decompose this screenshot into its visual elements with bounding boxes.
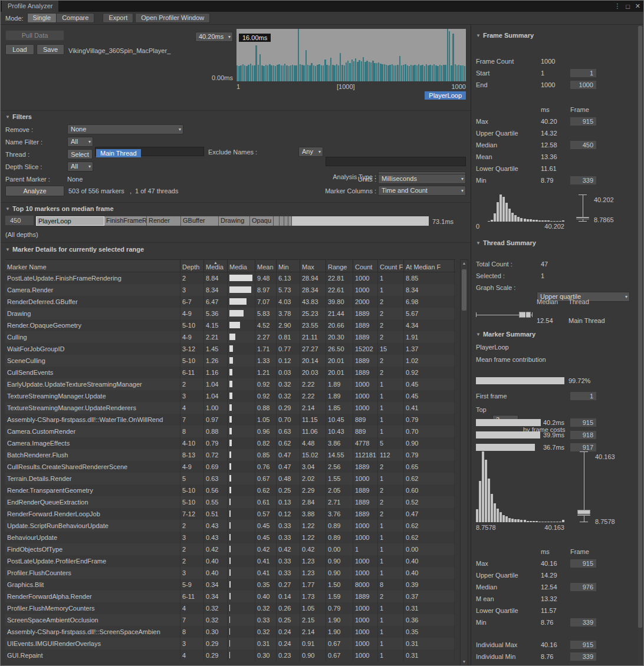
main-thread-chip[interactable]: Main Thread <box>96 149 141 157</box>
frame-time-chart[interactable]: 16.00ms <box>236 29 466 81</box>
top-frame-row[interactable]: 40.2ms915 <box>476 416 639 428</box>
window-tab[interactable]: Profile Analyzer <box>2 1 58 12</box>
table-row[interactable]: RenderDeferred.GBuffer6-76.477.074.0343.… <box>5 296 455 308</box>
marker-summary-header[interactable]: ▼Marker Summary <box>476 331 535 338</box>
top10-segment-finishframer[interactable]: FinishFrameR <box>104 216 147 226</box>
table-row[interactable]: Graphics.Blit5-90.340.350.271.771.508000… <box>5 579 455 591</box>
remove-dropdown[interactable]: None▾ <box>67 124 183 134</box>
open-profiler-window-button[interactable]: Open Profiler Window <box>135 13 210 23</box>
top10-segment-playerloop[interactable]: PlayerLoop <box>36 216 104 226</box>
table-row[interactable]: Terrain.Details.Render50.630.670.482.021… <box>5 473 455 484</box>
table-row[interactable]: RenderForwardAlpha.Render6-110.340.400.1… <box>5 591 455 602</box>
thread-select-button[interactable]: Select <box>67 149 93 159</box>
table-row[interactable]: CullResults.CreateSharedRendererScene4-9… <box>5 461 455 473</box>
scrollbar-thumb[interactable] <box>462 269 466 311</box>
frame-badge: 1 <box>570 69 596 77</box>
table-row[interactable]: BehaviourUpdate30.430.450.331.220.891000… <box>5 532 455 543</box>
table-row[interactable]: Render.OpaqueGeometry5-104.154.522.9023.… <box>5 319 455 331</box>
y-axis-max-dropdown[interactable]: 40.20ms ▾ <box>195 32 233 42</box>
mode-single-button[interactable]: Single <box>27 13 57 23</box>
scroll-down-icon[interactable]: ▼ <box>461 658 468 665</box>
table-row[interactable]: WaitForJobGroupID3-121.451.710.7727.2726… <box>5 343 455 355</box>
column-header-3[interactable]: Media <box>228 260 255 272</box>
top10-segment-7[interactable] <box>280 216 284 226</box>
table-scrollbar[interactable]: ▲ ▼ <box>460 259 468 666</box>
top10-segment-8[interactable] <box>284 216 288 226</box>
table-row[interactable]: SceneCulling5-101.261.330.1220.1420.0118… <box>5 355 455 367</box>
table-row[interactable]: Assembly-CSharp-firstpass.dll!::ScreenSp… <box>5 626 455 638</box>
kebab-menu-icon[interactable]: ⋮ <box>614 2 620 10</box>
load-button[interactable]: Load <box>5 44 34 55</box>
cell: 3.78 <box>277 308 300 319</box>
table-row[interactable]: TextureStreamingManager.UpdateRenderers4… <box>5 402 455 414</box>
close-icon[interactable]: ✕ <box>635 2 640 10</box>
table-row[interactable]: TextureStreamingManager.Update31.040.920… <box>5 390 455 402</box>
table-row[interactable]: Profiler.FlushMemoryCounters40.320.320.2… <box>5 602 455 614</box>
column-header-8[interactable]: Count <box>353 260 378 272</box>
table-row[interactable]: EndRenderQueueExtraction5-100.550.610.13… <box>5 496 455 508</box>
column-header-0[interactable]: Marker Name <box>5 260 180 272</box>
column-header-2[interactable]: ▲Media <box>204 260 228 272</box>
top10-segment-render[interactable]: Render <box>147 216 181 226</box>
export-button[interactable]: Export <box>103 13 133 23</box>
analyze-button[interactable]: Analyze <box>5 186 64 196</box>
column-header-5[interactable]: Min <box>277 260 300 272</box>
pull-data-button[interactable]: Pull Data <box>5 30 64 41</box>
table-row[interactable]: Update.ScriptRunBehaviourUpdate20.430.45… <box>5 520 455 532</box>
table-row[interactable]: PostLateUpdate.ProfilerEndFrame20.400.41… <box>5 555 455 567</box>
top10-segment-opaqu[interactable]: Opaqu <box>250 216 274 226</box>
table-row[interactable]: BatchRenderer.Flush8-130.720.850.4715.02… <box>5 449 455 461</box>
save-button[interactable]: Save <box>37 44 64 55</box>
filters-header[interactable]: ▼Filters <box>5 113 32 120</box>
right-scrollbar[interactable] <box>638 25 643 665</box>
column-header-6[interactable]: Max <box>300 260 326 272</box>
units-dropdown[interactable]: Milliseconds▾ <box>378 174 466 184</box>
table-row[interactable]: Camera.CustomRender80.880.960.6311.0610.… <box>5 426 455 437</box>
top10-header[interactable]: ▼Top 10 markers on median frame <box>5 205 114 212</box>
table-row[interactable]: Camera.Render38.348.975.7328.3422.611000… <box>5 284 455 296</box>
table-row[interactable]: GUI.Repaint40.290.300.230.900.67100010.3… <box>5 649 455 661</box>
thread-row[interactable]: 12.54 Main Thread <box>476 310 639 319</box>
maximize-icon[interactable]: □ <box>626 3 630 10</box>
top10-segment-6[interactable] <box>274 216 280 226</box>
table-row[interactable]: PostLateUpdate.FinishFrameRendering28.84… <box>5 272 455 284</box>
table-row[interactable]: Camera.ImageEffects4-100.790.820.624.483… <box>5 437 455 449</box>
column-header-1[interactable]: Depth <box>180 260 204 272</box>
frame-summary-header[interactable]: ▼Frame Summary <box>476 32 534 39</box>
cell: 0.82 <box>255 437 277 449</box>
marker-columns-dropdown[interactable]: Time and Count▾ <box>378 186 466 196</box>
top-frame-row[interactable]: 39.9ms918 <box>476 428 639 441</box>
table-row[interactable]: Assembly-CSharp-firstpass.dll!::WaterTil… <box>5 414 455 426</box>
marker-details-header[interactable]: ▼Marker Details for currently selected r… <box>5 246 144 253</box>
table-row[interactable]: Culling4-92.212.270.8121.1120.30188921.9… <box>5 331 455 343</box>
frame-bar <box>387 65 389 81</box>
table-row[interactable]: FindObjectsOfType20.420.420.420.420.0011… <box>5 543 455 555</box>
scroll-up-icon[interactable]: ▲ <box>461 260 468 267</box>
table-row[interactable]: Profiler.FlushCounters30.400.410.331.230… <box>5 567 455 579</box>
frame-cost-bar-track <box>476 444 541 451</box>
top10-segment-gbuffer[interactable]: GBuffer <box>181 216 219 226</box>
top10-segment-drawing[interactable]: Drawing <box>219 216 250 226</box>
cell: 1.71 <box>255 343 277 355</box>
depth-slice-dropdown[interactable]: All▾ <box>67 161 93 172</box>
column-header-4[interactable]: Mean <box>255 260 277 272</box>
table-row[interactable]: UIEvents.IMGUIRenderOverlays30.290.310.2… <box>5 638 455 649</box>
column-header-7[interactable]: Range <box>326 260 353 272</box>
frame-cost-bar <box>476 444 535 451</box>
thread-summary-header[interactable]: ▼Thread Summary <box>476 239 536 246</box>
selected-marker-chip[interactable]: PlayerLoop <box>425 91 466 100</box>
table-row[interactable]: Drawing4-95.365.833.7825.2321.44188925.6… <box>5 308 455 319</box>
cell: 5-10 <box>180 355 204 367</box>
table-row[interactable]: RenderForward.RenderLoopJob7-120.510.570… <box>5 508 455 520</box>
mode-compare-button[interactable]: Compare <box>56 13 94 23</box>
column-header-9[interactable]: Count Fra <box>378 260 404 272</box>
name-filter-mode-dropdown[interactable]: All▾ <box>67 137 93 147</box>
table-row[interactable]: ScreenSpaceAmbientOcclusion70.320.330.25… <box>5 614 455 626</box>
scrollbar-thumb[interactable] <box>638 26 642 628</box>
column-header-10[interactable]: At Median F <box>404 260 455 272</box>
cell: 0.41 <box>404 402 455 414</box>
table-row[interactable]: EarlyUpdate.UpdateTextureStreamingManage… <box>5 378 455 390</box>
table-row[interactable]: Render.TransparentGeometry5-100.560.620.… <box>5 484 455 496</box>
table-row[interactable]: CullSendEvents6-111.161.210.0320.0320.01… <box>5 367 455 378</box>
top10-segment-9[interactable] <box>288 216 292 226</box>
